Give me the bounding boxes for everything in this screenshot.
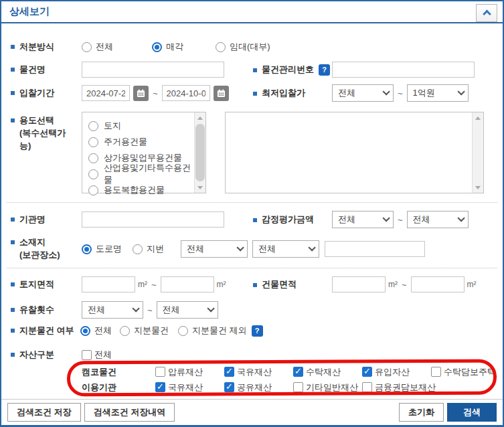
chevron-down-icon (382, 214, 390, 222)
radio-icon[interactable] (133, 244, 143, 254)
checkbox-icon[interactable] (224, 382, 234, 392)
checkbox-icon[interactable] (155, 382, 165, 392)
institution-input[interactable] (82, 211, 224, 228)
radio-icon[interactable] (152, 42, 162, 52)
building-area-label: 건물면적 (253, 278, 332, 290)
location-label: 소재지 (보관장소) (11, 236, 82, 262)
land-area-to-input[interactable] (161, 276, 214, 292)
bullet-icon (253, 68, 257, 72)
search-button[interactable]: 검색 (447, 403, 497, 422)
chevron-down-icon (382, 88, 390, 95)
scroll-up-icon[interactable] (195, 112, 205, 123)
checkbox-acquired-asset[interactable]: 유입자산 (362, 366, 431, 378)
row-user-institution: 이용기관 국유재산 공유재산 기타일반재산 금융권담보재산 (1, 379, 503, 395)
location-detail-input[interactable] (325, 241, 425, 257)
checkbox-inst-state-owned[interactable]: 국유재산 (155, 381, 224, 394)
radio-location-lot-number[interactable]: 지번 (133, 243, 164, 255)
bullet-icon (11, 353, 15, 357)
bid-period-to-input[interactable] (162, 85, 210, 101)
checkbox-financial-collateral[interactable]: 금융권담보재산 (362, 381, 436, 394)
min-price-to-select[interactable]: 1억원 (407, 84, 469, 102)
fail-count-to-select[interactable]: 전체 (157, 301, 218, 319)
usage-selected-box (225, 112, 484, 193)
radio-share-exclude[interactable]: 지분물건 제외 (178, 325, 247, 337)
scroll-down-icon[interactable] (195, 182, 205, 193)
checkbox-icon[interactable] (224, 367, 234, 377)
scroll-up-icon[interactable] (473, 112, 483, 123)
radio-share-only[interactable]: 지분물건 (120, 325, 169, 337)
radio-icon[interactable] (178, 326, 188, 336)
separator (7, 202, 497, 203)
checkbox-icon[interactable] (362, 367, 372, 377)
radio-icon[interactable] (120, 326, 130, 336)
checkbox-icon[interactable] (431, 367, 441, 377)
bid-period-from-input[interactable] (82, 85, 130, 101)
usage-option-land[interactable]: 토지 (88, 118, 191, 134)
help-icon[interactable]: ? (319, 64, 330, 76)
collapse-button[interactable] (476, 4, 497, 22)
radio-icon[interactable] (82, 244, 92, 254)
calendar-button[interactable] (214, 86, 229, 101)
checkbox-icon[interactable] (293, 367, 303, 377)
chevron-down-icon (457, 88, 465, 95)
usage-option-industrial[interactable]: 산업용및기타특수용건물 (88, 166, 191, 182)
appraisal-to-select[interactable]: 전체 (407, 211, 469, 228)
min-price-from-select[interactable]: 전체 (332, 84, 394, 102)
checkbox-consigned-property[interactable]: 수탁재산 (293, 366, 362, 378)
chevron-down-icon (207, 305, 214, 312)
location-sigungu-select[interactable]: 전체 (252, 240, 319, 258)
radio-icon[interactable] (88, 121, 98, 131)
checkbox-state-owned-property[interactable]: 국유재산 (224, 366, 293, 378)
radio-icon[interactable] (88, 185, 98, 195)
chevron-down-icon (457, 214, 465, 222)
usage-option-residential[interactable]: 주거용건물 (88, 134, 191, 150)
mgmt-no-input[interactable] (332, 62, 475, 78)
land-area-from-input[interactable] (82, 276, 135, 292)
selected-box-scrollbar[interactable] (472, 112, 483, 193)
radio-disposal-sale[interactable]: 매각 (152, 41, 216, 53)
checkbox-icon[interactable] (293, 382, 303, 392)
radio-disposal-lease[interactable]: 임대(대부) (216, 41, 270, 53)
checkbox-consigned-collateral-housing[interactable]: 수탁담보주택 (431, 366, 496, 378)
checkbox-icon[interactable] (155, 367, 165, 377)
scrollbar-thumb[interactable] (195, 124, 205, 181)
row-area: 토지면적 m² ~ m² 건물면적 m² ~ m² (1, 276, 503, 293)
bullet-icon (11, 218, 15, 222)
bullet-icon (11, 118, 15, 122)
checkbox-icon[interactable] (82, 350, 92, 360)
building-area-to-input[interactable] (411, 276, 465, 292)
radio-icon[interactable] (88, 153, 98, 163)
bullet-icon (253, 92, 257, 96)
institution-group-label: 이용기관 (82, 381, 155, 394)
radio-location-road-name[interactable]: 도로명 (82, 243, 122, 255)
checkbox-seized-property[interactable]: 압류재산 (155, 366, 224, 378)
radio-share-all[interactable]: 전체 (80, 325, 112, 337)
radio-icon[interactable] (88, 137, 98, 147)
saved-conditions-history-button[interactable]: 검색조건 저장내역 (84, 403, 175, 422)
radio-disposal-all[interactable]: 전체 (82, 41, 152, 53)
footer-bar: 검색조건 저장 검색조건 저장내역 초기화 검색 (1, 399, 503, 425)
reset-button[interactable]: 초기화 (399, 403, 444, 422)
checkbox-general-property[interactable]: 기타일반재산 (293, 381, 362, 394)
radio-icon[interactable] (88, 169, 98, 179)
item-name-input[interactable] (82, 62, 224, 78)
radio-icon[interactable] (82, 42, 92, 52)
checkbox-asset-all[interactable]: 전체 (82, 349, 112, 361)
appraisal-from-select[interactable]: 전체 (332, 211, 394, 228)
calendar-button[interactable] (133, 86, 149, 101)
radio-icon[interactable] (80, 326, 90, 336)
row-institution: 기관명 감정평가금액 전체 ~ 전체 (1, 211, 503, 228)
building-area-from-input[interactable] (332, 276, 386, 292)
bullet-icon (253, 218, 257, 222)
institution-label: 기관명 (11, 214, 82, 226)
checkbox-public-property[interactable]: 공유재산 (224, 381, 293, 394)
checkbox-icon[interactable] (362, 382, 372, 392)
scroll-down-icon[interactable] (473, 182, 483, 193)
location-sido-select[interactable]: 전체 (181, 240, 248, 258)
row-asset-class: 자산구분 전체 (1, 347, 503, 363)
usage-scrollbar[interactable] (194, 112, 205, 193)
fail-count-from-select[interactable]: 전체 (82, 301, 143, 319)
help-icon[interactable]: ? (252, 325, 263, 337)
save-conditions-button[interactable]: 검색조건 저장 (7, 403, 81, 422)
radio-icon[interactable] (216, 42, 226, 52)
